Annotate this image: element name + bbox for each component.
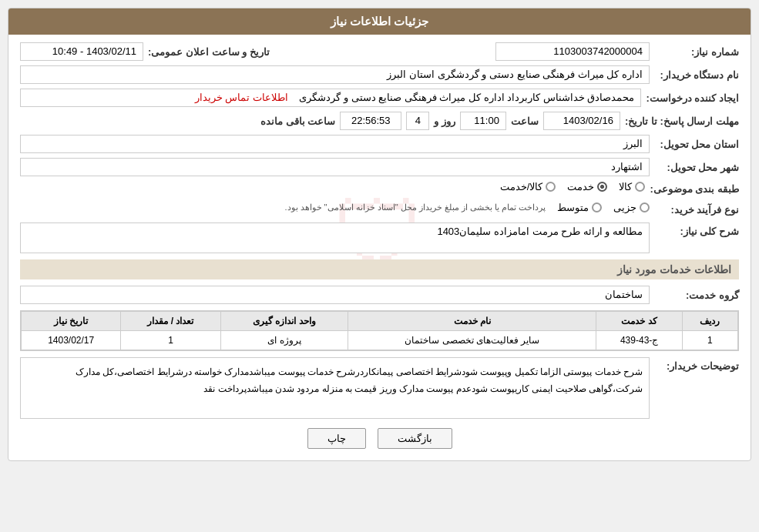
radio-kala-label: کالا bbox=[619, 181, 632, 192]
service-group-label: گروه خدمت: bbox=[654, 289, 739, 301]
need-number-value: 1103003742000004 bbox=[495, 42, 650, 61]
province-label: استان محل تحویل: bbox=[654, 139, 739, 150]
need-number-label: شماره نیاز: bbox=[654, 46, 739, 58]
radio-kala-khadamat[interactable]: کالا/خدمت bbox=[500, 181, 556, 192]
response-day-label: روز و bbox=[434, 115, 455, 127]
services-table: ردیف کد خدمت نام خدمت واحد اندازه گیری ت… bbox=[20, 310, 739, 351]
creator-label: ایجاد کننده درخواست: bbox=[646, 92, 739, 104]
radio-partial-label: جزیی bbox=[613, 202, 636, 213]
announce-value: 1403/02/11 - 10:49 bbox=[20, 42, 143, 61]
buyer-notes-label: توضیحات خریدار: bbox=[654, 357, 739, 372]
service-group-value: ساختمان bbox=[20, 286, 650, 304]
creator-value: محمدصادق خداشناس کاربرداد اداره کل میراث… bbox=[20, 89, 641, 107]
col-unit: واحد اندازه گیری bbox=[220, 312, 348, 331]
response-deadline-label: مهلت ارسال پاسخ: تا تاریخ: bbox=[625, 115, 739, 127]
radio-circle-medium bbox=[592, 202, 602, 212]
radio-khadamat-label: خدمت bbox=[567, 181, 594, 192]
response-date-value: 1403/02/16 bbox=[543, 112, 620, 130]
col-date: تاریخ نیاز bbox=[22, 312, 121, 331]
buttons-row: بازگشت چاپ bbox=[20, 428, 739, 449]
col-service-name: نام خدمت bbox=[348, 312, 596, 331]
response-days-value: 4 bbox=[406, 112, 429, 130]
purchase-note: پرداخت تمام یا بخشی از مبلغ خریداز محل "… bbox=[284, 202, 546, 212]
radio-medium[interactable]: متوسط bbox=[557, 202, 602, 213]
city-label: شهر محل تحویل: bbox=[654, 162, 739, 173]
contact-link[interactable]: اطلاعات تماس خریدار bbox=[195, 92, 288, 103]
table-row: 1ج-43-439سایر فعالیت‌های تخصصی ساختمانپر… bbox=[22, 331, 738, 350]
print-button[interactable]: چاپ bbox=[307, 428, 366, 449]
response-time-label: ساعت bbox=[511, 115, 539, 127]
buyer-org-value: اداره کل میراث فرهنگی صنایع دستی و گردشگ… bbox=[20, 65, 650, 84]
radio-circle-kala-khadamat bbox=[546, 182, 556, 192]
back-button[interactable]: بازگشت bbox=[378, 428, 452, 449]
radio-khadamat[interactable]: خدمت bbox=[567, 181, 607, 192]
response-time-value: 11:00 bbox=[460, 112, 506, 130]
city-value: اشتهارد bbox=[20, 158, 650, 176]
radio-kala-khadamat-label: کالا/خدمت bbox=[500, 181, 543, 192]
radio-circle-kala bbox=[635, 182, 645, 192]
description-label: شرح کلی نیاز: bbox=[654, 223, 739, 237]
remaining-time-value: 22:56:53 bbox=[340, 112, 401, 130]
services-section-header: اطلاعات خدمات مورد نیاز bbox=[20, 259, 739, 279]
col-service-code: کد خدمت bbox=[596, 312, 682, 331]
radio-partial[interactable]: جزیی bbox=[613, 202, 650, 213]
category-label: طبقه بندی موضوعی: bbox=[650, 183, 739, 195]
col-row-num: ردیف bbox=[682, 312, 737, 331]
description-value: مطالعه و ارائه طرح مرمت امامزاده سلیمان1… bbox=[20, 223, 650, 253]
announce-label: تاریخ و ساعت اعلان عمومی: bbox=[148, 46, 270, 58]
purchase-type-label: نوع فرآیند خرید: bbox=[654, 204, 739, 216]
radio-circle-khadamat bbox=[597, 182, 607, 192]
page-header: جزئیات اطلاعات نیاز bbox=[8, 8, 751, 35]
province-value: البرز bbox=[20, 135, 650, 153]
radio-medium-label: متوسط bbox=[557, 202, 589, 213]
radio-kala[interactable]: کالا bbox=[619, 181, 645, 192]
buyer-notes-value: شرح خدمات پیوستی الزاما تکمیل وپیوست شود… bbox=[20, 357, 650, 419]
col-quantity: تعداد / مقدار bbox=[121, 312, 220, 331]
remaining-label: ساعت باقی مانده bbox=[260, 115, 335, 127]
page-title: جزئیات اطلاعات نیاز bbox=[331, 15, 428, 28]
radio-circle-partial bbox=[640, 202, 650, 212]
buyer-org-label: نام دستگاه خریدار: bbox=[654, 69, 739, 81]
